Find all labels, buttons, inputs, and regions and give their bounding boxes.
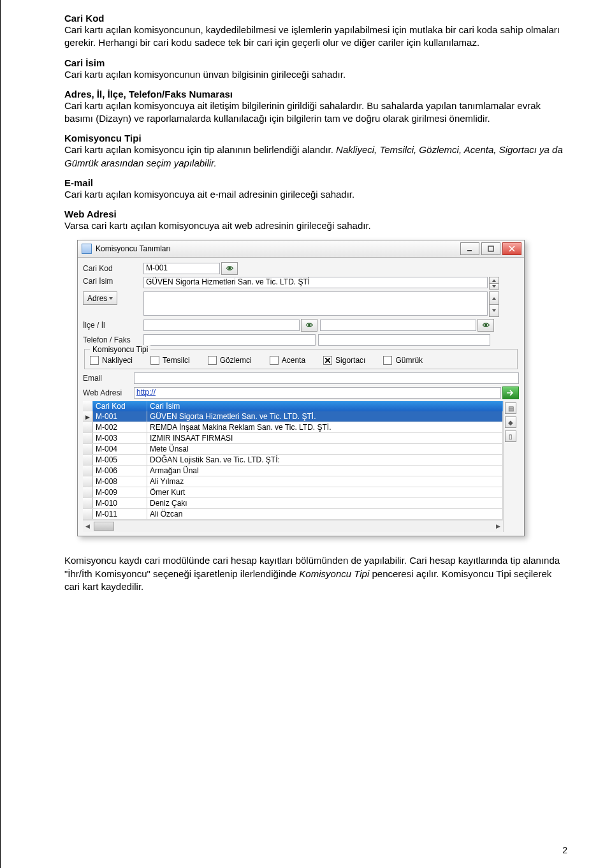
section-heading: Cari İsim <box>64 57 567 68</box>
table-row[interactable]: ▶M-001GÜVEN Sigorta Hizmetleri San. ve T… <box>83 411 503 422</box>
row-handle[interactable] <box>83 509 93 519</box>
grid-header[interactable]: Cari Kod Cari İsim <box>83 401 503 411</box>
app-icon <box>82 244 92 254</box>
spinner-up-icon[interactable] <box>489 291 499 304</box>
lookup-button[interactable]: 👁 <box>301 319 317 332</box>
cell-code: M-004 <box>93 444 147 454</box>
adres-input[interactable] <box>143 291 488 316</box>
cell-code: M-006 <box>93 466 147 476</box>
svg-rect-0 <box>467 250 472 251</box>
svg-rect-1 <box>488 246 493 251</box>
checkbox-sigortacı[interactable]: Sigortacı <box>323 356 365 365</box>
adres-dropdown[interactable]: Adres <box>83 291 117 305</box>
titlebar[interactable]: Komisyoncu Tanımları <box>78 240 524 258</box>
table-row[interactable]: M-006Armağan Ünal <box>83 466 503 476</box>
table-row[interactable]: M-003IZMIR INSAAT FIRMASI <box>83 433 503 444</box>
section-body: Cari kartı açılan komisyoncunun, kaydedi… <box>64 24 567 50</box>
grid-tool-icon[interactable]: ◆ <box>505 416 516 428</box>
row-handle[interactable] <box>83 466 93 476</box>
spinner-down-icon[interactable] <box>489 304 499 318</box>
spinner-down-icon[interactable] <box>489 283 499 290</box>
checkbox-label: Gözlemci <box>220 356 252 365</box>
table-row[interactable]: M-005DOĞAN Lojistik San. ve Tic. LTD. ŞT… <box>83 455 503 466</box>
binoculars-icon: 👁 <box>483 321 490 329</box>
spinner[interactable] <box>489 277 499 290</box>
checkbox-gümrük[interactable]: Gümrük <box>383 356 423 365</box>
window-title: Komisyoncu Tanımları <box>96 244 171 253</box>
checkbox-label: Sigortacı <box>335 356 365 365</box>
il-input[interactable] <box>320 320 476 331</box>
horizontal-scrollbar[interactable]: ◀ ▶ <box>83 520 503 532</box>
faks-input[interactable] <box>318 334 490 346</box>
checkbox-gözlemci[interactable]: Gözlemci <box>208 356 252 365</box>
label-tel-faks: Telefon / Faks <box>83 335 143 344</box>
footer-paragraph: Komisyoncu kaydı cari modülünde cari hes… <box>64 554 567 593</box>
maximize-button[interactable] <box>481 242 500 255</box>
row-handle[interactable] <box>83 498 93 508</box>
checkbox-acenta[interactable]: Acenta <box>270 356 305 365</box>
cell-name: Mete Ünsal <box>147 444 503 454</box>
table-row[interactable]: M-002REMDA İnşaat Makina Reklam San. ve … <box>83 422 503 433</box>
checkbox-label: Gümrük <box>395 356 423 365</box>
cell-code: M-009 <box>93 487 147 497</box>
binoculars-icon: 👁 <box>226 265 233 272</box>
column-header[interactable]: Cari İsim <box>147 401 503 411</box>
lookup-button[interactable]: 👁 <box>477 319 494 332</box>
cari-isim-input[interactable]: GÜVEN Sigorta Hizmetleri San. ve Tic. LT… <box>143 277 488 288</box>
checkbox-icon[interactable] <box>270 356 279 365</box>
email-input[interactable] <box>134 372 519 384</box>
scrollbar-thumb[interactable] <box>94 522 114 531</box>
checkbox-temsilci[interactable]: Temsilci <box>150 356 190 365</box>
cari-kod-input[interactable]: M-001 <box>143 263 220 274</box>
cell-name: Armağan Ünal <box>147 466 503 476</box>
checkbox-icon[interactable] <box>150 356 159 365</box>
checkbox-nakliyeci[interactable]: Nakliyeci <box>90 356 133 365</box>
cell-code: M-001 <box>93 411 147 422</box>
checkbox-icon[interactable] <box>383 356 392 365</box>
row-handle[interactable] <box>83 422 93 432</box>
section-heading: Web Adresi <box>64 209 567 219</box>
section-body: Cari kartı açılan komisyoncunun ünvan bi… <box>64 68 567 81</box>
minimize-button[interactable] <box>460 242 479 255</box>
label-cari-isim: Cari İsim <box>83 277 143 286</box>
table-row[interactable]: M-010Deniz Çakı <box>83 498 503 509</box>
komisyoncu-tipi-fieldset: Komisyoncu Tipi NakliyeciTemsilciGözlemc… <box>84 349 518 369</box>
fieldset-legend: Komisyoncu Tipi <box>90 345 150 354</box>
label-ilce-il: İlçe / İl <box>83 321 143 330</box>
row-handle[interactable] <box>83 433 93 443</box>
checkbox-icon[interactable] <box>90 356 99 365</box>
row-handle[interactable] <box>83 455 93 465</box>
table-row[interactable]: M-011Ali Özcan <box>83 509 503 520</box>
web-input[interactable]: http:// <box>134 387 501 399</box>
column-header[interactable]: Cari Kod <box>93 401 147 411</box>
grid-tool-icon[interactable]: ▯ <box>505 430 516 442</box>
ilce-input[interactable] <box>143 320 300 331</box>
spinner-up-icon[interactable] <box>489 277 499 283</box>
cell-code: M-003 <box>93 433 147 443</box>
section-heading: Adres, İl, İlçe, Telefon/Faks Numarası <box>64 89 567 99</box>
row-handle[interactable] <box>83 476 93 487</box>
lookup-button[interactable]: 👁 <box>221 262 238 275</box>
table-row[interactable]: M-009Ömer Kurt <box>83 487 503 498</box>
label-cari-kod: Cari Kod <box>83 264 143 273</box>
cell-name: Ali Özcan <box>147 509 503 519</box>
go-button[interactable] <box>502 386 519 399</box>
checkbox-icon[interactable] <box>208 356 217 365</box>
table-row[interactable]: M-008Ali Yılmaz <box>83 476 503 487</box>
row-handle[interactable]: ▶ <box>83 411 93 422</box>
cell-name: Deniz Çakı <box>147 498 503 508</box>
section-body: Cari kartı açılan komisyoncu için tip al… <box>64 143 567 170</box>
table-row[interactable]: M-004Mete Ünsal <box>83 444 503 455</box>
telefon-input[interactable] <box>143 334 316 346</box>
row-handle[interactable] <box>83 444 93 454</box>
cell-name: IZMIR INSAAT FIRMASI <box>147 433 503 443</box>
cell-name: GÜVEN Sigorta Hizmetleri San. ve Tic. LT… <box>147 411 503 422</box>
close-button[interactable] <box>502 242 521 255</box>
checkbox-icon[interactable] <box>323 356 332 365</box>
cell-name: Ali Yılmaz <box>147 476 503 487</box>
grid-tool-icon[interactable]: ▤ <box>505 402 516 414</box>
row-handle[interactable] <box>83 487 93 497</box>
chevron-down-icon <box>109 297 113 300</box>
spinner[interactable] <box>489 291 499 317</box>
section-heading: Cari Kod <box>64 13 567 24</box>
